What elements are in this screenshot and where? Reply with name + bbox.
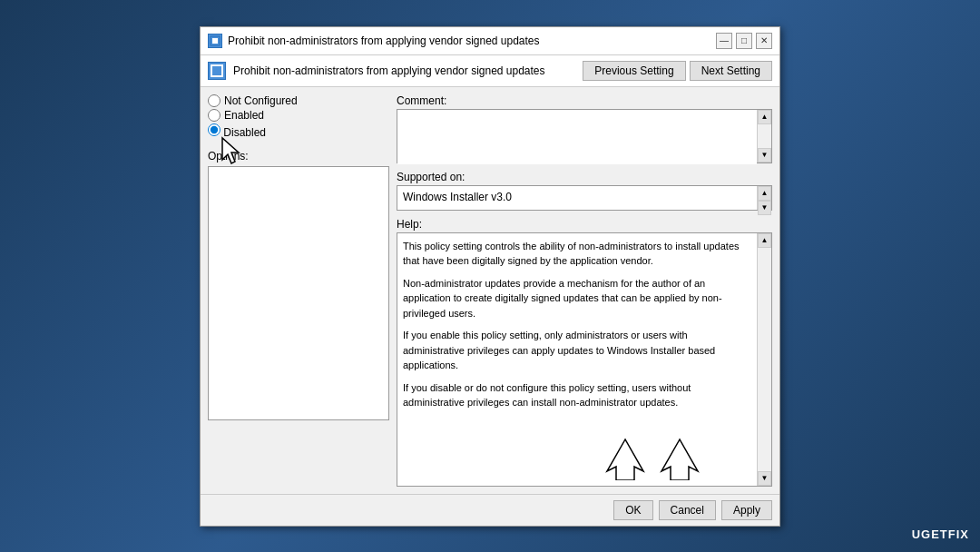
supported-scrollbar: ▲ ▼ — [757, 186, 771, 210]
help-p3: If you enable this policy setting, only … — [403, 328, 751, 373]
dialog-title: Prohibit non-administrators from applyin… — [228, 34, 710, 47]
not-configured-radio[interactable] — [208, 94, 220, 107]
comment-label: Comment: — [397, 94, 772, 107]
help-scroll-thumb — [758, 248, 771, 471]
bottom-area: OK Cancel Apply — [201, 494, 779, 526]
comment-and-supported: Comment: ▲ ▼ Supported on: Windows Insta… — [397, 94, 772, 211]
comment-textarea[interactable] — [397, 110, 757, 164]
main-content: Not Configured Enabled Disabled Options: — [201, 87, 779, 494]
not-configured-option[interactable]: Not Configured — [208, 94, 389, 107]
maximize-button[interactable]: □ — [736, 33, 752, 49]
apply-button[interactable]: Apply — [721, 500, 772, 520]
navigation-buttons: Previous Setting Next Setting — [583, 61, 772, 81]
supported-scroll-down[interactable]: ▼ — [758, 201, 771, 215]
dialog-icon — [208, 34, 222, 48]
comment-scroll-up[interactable]: ▲ — [758, 110, 771, 124]
help-p2: Non-administrator updates provide a mech… — [403, 276, 751, 321]
policy-dialog: Prohibit non-administrators from applyin… — [200, 26, 780, 527]
enabled-label: Enabled — [224, 109, 264, 122]
svg-rect-4 — [212, 66, 221, 75]
help-p4: If you disable or do not configure this … — [403, 380, 751, 410]
title-bar: Prohibit non-administrators from applyin… — [201, 27, 779, 55]
options-box — [208, 166, 389, 420]
watermark: UGETFIX — [912, 527, 969, 541]
svg-rect-1 — [212, 38, 218, 44]
radio-group: Not Configured Enabled Disabled — [208, 94, 389, 139]
not-configured-label: Not Configured — [224, 94, 298, 107]
ok-button[interactable]: OK — [613, 500, 652, 520]
cancel-button[interactable]: Cancel — [659, 500, 716, 520]
disabled-option[interactable]: Disabled — [208, 123, 389, 139]
bottom-row: OK Cancel Apply — [201, 494, 779, 526]
enabled-radio[interactable] — [208, 109, 220, 122]
comment-scroll-down[interactable]: ▼ — [758, 148, 771, 163]
close-button[interactable]: ✕ — [756, 33, 772, 49]
right-panel: Comment: ▲ ▼ Supported on: Windows Insta… — [397, 94, 772, 487]
enabled-option[interactable]: Enabled — [208, 109, 389, 122]
disabled-label: Disabled — [223, 126, 266, 139]
previous-setting-button[interactable]: Previous Setting — [583, 61, 685, 81]
window-controls: — □ ✕ — [716, 33, 772, 49]
header-title: Prohibit non-administrators from applyin… — [233, 64, 575, 77]
supported-value: Windows Installer v3.0 — [397, 186, 757, 210]
help-box: This policy setting controls the ability… — [397, 232, 772, 487]
minimize-button[interactable]: — — [716, 33, 732, 49]
header-icon — [208, 62, 226, 80]
header-row: Prohibit non-administrators from applyin… — [201, 55, 779, 87]
supported-label: Supported on: — [397, 171, 772, 183]
help-scroll-up[interactable]: ▲ — [758, 233, 771, 248]
disabled-radio[interactable] — [208, 123, 220, 136]
options-label: Options: — [208, 150, 389, 163]
help-section: Help: This policy setting controls the a… — [397, 218, 772, 487]
left-panel: Not Configured Enabled Disabled Options: — [208, 94, 389, 487]
help-scroll-down[interactable]: ▼ — [758, 471, 771, 486]
supported-scroll-up[interactable]: ▲ — [758, 186, 771, 201]
comment-scrollbar: ▲ ▼ — [757, 110, 771, 163]
help-content: This policy setting controls the ability… — [397, 233, 757, 486]
next-setting-button[interactable]: Next Setting — [690, 61, 772, 81]
comment-scroll-thumb — [758, 124, 771, 148]
right-top: Comment: ▲ ▼ Supported on: Windows Insta… — [397, 94, 772, 211]
help-p1: This policy setting controls the ability… — [403, 239, 751, 269]
help-label: Help: — [397, 218, 772, 231]
help-scrollbar: ▲ ▼ — [757, 233, 771, 486]
